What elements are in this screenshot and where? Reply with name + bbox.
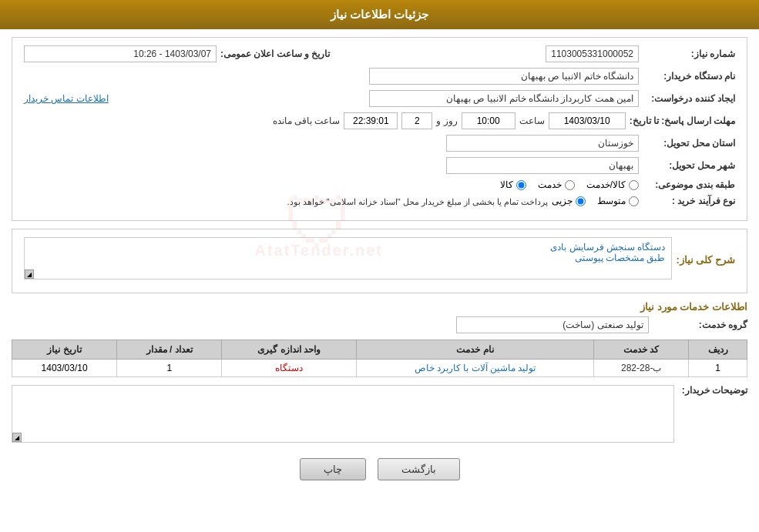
purchase-type-label: نوع فرآیند خرید : [643,196,735,206]
col-header-count: تعداد / مقدار [117,340,222,360]
col-header-name: نام خدمت [356,340,594,360]
city-label: شهر محل تحویل: [643,160,735,171]
row-category: طبقه بندی موضوعی: کالا/خدمت خدمت کالا [24,179,735,190]
description-label: شرح کلی نیاز: [676,254,735,266]
radio-motavaset[interactable]: متوسط [597,196,639,206]
group-label: گروه خدمت: [655,320,747,330]
cell-count: 1 [117,360,222,377]
category-label: طبقه بندی موضوعی: [643,179,735,190]
row-need-number: شماره نیاز: 1103005331000052 تاریخ و ساع… [24,45,735,62]
col-header-unit: واحد اندازه گیری [222,340,356,360]
buttons-row: بازگشت چاپ [12,450,747,492]
table-header-row: ردیف کد خدمت نام خدمت واحد اندازه گیری ت… [12,340,747,360]
cell-row: 1 [689,360,747,377]
description-line1: دستگاه سنجش فرسایش بادی [31,242,665,253]
radio-kala-label: کالا [500,179,513,190]
row-deadline: مهلت ارسال پاسخ: تا تاریخ: 1403/03/10 سا… [24,112,735,129]
announce-date-value: 1403/03/07 - 10:26 [24,45,217,62]
remaining-label: ساعت باقی مانده [273,115,341,126]
description-box: دستگاه سنجش فرسایش بادی طبق مشخصات پیوست… [24,237,672,279]
radio-khedmat-label: خدمت [538,179,562,190]
city-value: بهبهان [446,157,639,174]
row-province: استان محل تحویل: خوزستان [24,135,735,152]
buyer-desc-resize-handle[interactable]: ◢ [12,433,22,442]
group-row: گروه خدمت: تولید صنعتی (ساخت) [12,316,747,333]
content-area: شماره نیاز: 1103005331000052 تاریخ و ساع… [0,29,759,500]
purchase-type-radio-group: متوسط جزیی [552,196,639,206]
radio-kala[interactable]: کالا [500,179,526,190]
buyer-org-value: دانشگاه خاتم الانبیا ص بهبهان [369,68,639,85]
row-buyer-org: نام دستگاه خریدار: دانشگاه خاتم الانبیا … [24,68,735,85]
purchase-note: پرداخت تمام یا بخشی از مبلغ خریدار محل "… [287,196,548,207]
radio-jazii-input[interactable] [576,196,586,206]
resize-handle[interactable]: ◢ [25,269,34,279]
col-header-code: کد خدمت [594,340,689,360]
deadline-time-label: ساعت [519,115,545,126]
radio-kala-input[interactable] [516,180,526,190]
cell-date: 1403/03/10 [12,360,117,377]
page-header: جزئیات اطلاعات نیاز [0,0,759,29]
province-label: استان محل تحویل: [643,138,735,149]
contact-link[interactable]: اطلاعات تماس خریدار [24,93,109,104]
print-button[interactable]: چاپ [300,458,366,480]
radio-kala-khedmat[interactable]: کالا/خدمت [586,179,639,190]
row-description: شرح کلی نیاز: دستگاه سنجش فرسایش بادی طب… [24,237,735,279]
creator-label: ایجاد کننده درخواست: [643,93,735,104]
deadline-date: 1403/03/10 [549,112,626,129]
province-value: خوزستان [446,135,639,152]
services-title: اطلاعات خدمات مورد نیاز [12,301,747,313]
description-section: شرح کلی نیاز: دستگاه سنجش فرسایش بادی طب… [12,229,747,293]
deadline-days: 2 [401,112,432,129]
row-creator: ایجاد کننده درخواست: امین همت کاربرداز د… [24,90,735,107]
remaining-time: 22:39:01 [344,112,398,129]
page-wrapper: جزئیات اطلاعات نیاز شماره نیاز: 11030053… [0,0,759,532]
cell-unit: دستگاه [222,360,356,377]
services-section: اطلاعات خدمات مورد نیاز گروه خدمت: تولید… [12,301,747,377]
col-header-date: تاریخ نیاز [12,340,117,360]
radio-khedmat-input[interactable] [565,180,575,190]
radio-kala-khedmat-input[interactable] [629,180,639,190]
back-button[interactable]: بازگشت [378,458,460,480]
table-row: 1 ب-28-282 تولید ماشین آلات با کاربرد خا… [12,360,747,377]
row-city: شهر محل تحویل: بهبهان [24,157,735,174]
buyer-description-wrapper: ◢ [12,385,674,443]
main-info-section: شماره نیاز: 1103005331000052 تاریخ و ساع… [12,37,747,221]
buyer-org-label: نام دستگاه خریدار: [643,71,735,82]
creator-value: امین همت کاربرداز دانشگاه خاتم الانبیا ص… [369,90,639,107]
announce-date-label: تاریخ و ساعت اعلان عمومی: [220,49,330,59]
radio-motavaset-label: متوسط [597,196,626,206]
radio-motavaset-input[interactable] [629,196,639,206]
buyer-description-label: توضیحات خریدار: [682,385,747,396]
page-title: جزئیات اطلاعات نیاز [331,8,428,21]
category-radio-group: کالا/خدمت خدمت کالا [500,179,639,190]
services-table: ردیف کد خدمت نام خدمت واحد اندازه گیری ت… [12,340,747,377]
deadline-time: 10:00 [462,112,516,129]
buyer-description-box: ◢ [12,385,674,443]
need-number-label: شماره نیاز: [643,49,735,59]
radio-jazii-label: جزیی [552,196,573,206]
row-purchase-type: نوع فرآیند خرید : متوسط جزیی پرداخت تمام… [24,196,735,207]
deadline-days-label: روز و [436,115,457,126]
description-line2: طبق مشخصات پیوستی [31,253,665,263]
buyer-description-section: توضیحات خریدار: ◢ [12,385,747,443]
radio-jazii[interactable]: جزیی [552,196,586,206]
cell-name: تولید ماشین آلات با کاربرد خاص [356,360,594,377]
cell-code: ب-28-282 [594,360,689,377]
need-number-value: 1103005331000052 [546,45,639,62]
deadline-label: مهلت ارسال پاسخ: تا تاریخ: [630,115,735,126]
radio-khedmat[interactable]: خدمت [538,179,575,190]
radio-kala-khedmat-label: کالا/خدمت [586,179,626,190]
col-header-row: ردیف [689,340,747,360]
group-value: تولید صنعتی (ساخت) [456,316,649,333]
